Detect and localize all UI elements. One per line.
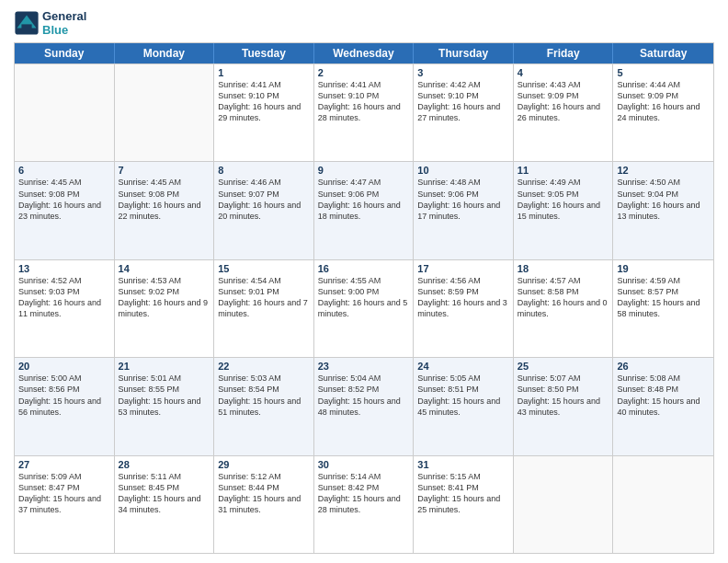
header-day-saturday: Saturday xyxy=(613,43,713,63)
cell-info: Sunrise: 4:48 AM Sunset: 9:06 PM Dayligh… xyxy=(417,177,509,222)
calendar-cell-w1d1: 7Sunrise: 4:45 AM Sunset: 9:08 PM Daylig… xyxy=(115,162,215,259)
calendar-cell-w3d1: 21Sunrise: 5:01 AM Sunset: 8:55 PM Dayli… xyxy=(115,358,215,454)
cell-info: Sunrise: 5:03 AM Sunset: 8:54 PM Dayligh… xyxy=(218,373,310,418)
calendar-cell-w0d4: 3Sunrise: 4:42 AM Sunset: 9:10 PM Daylig… xyxy=(414,64,514,161)
calendar-row-4: 27Sunrise: 5:09 AM Sunset: 8:47 PM Dayli… xyxy=(15,455,713,553)
calendar-cell-w1d4: 10Sunrise: 4:48 AM Sunset: 9:06 PM Dayli… xyxy=(414,162,514,259)
calendar-cell-w0d3: 2Sunrise: 4:41 AM Sunset: 9:10 PM Daylig… xyxy=(314,64,415,161)
cell-day-number: 29 xyxy=(218,459,310,470)
calendar-cell-w1d0: 6Sunrise: 4:45 AM Sunset: 9:08 PM Daylig… xyxy=(15,162,115,259)
cell-info: Sunrise: 4:44 AM Sunset: 9:09 PM Dayligh… xyxy=(617,79,710,124)
cell-info: Sunrise: 4:41 AM Sunset: 9:10 PM Dayligh… xyxy=(218,79,310,124)
calendar-cell-w0d5: 4Sunrise: 4:43 AM Sunset: 9:09 PM Daylig… xyxy=(514,64,614,161)
cell-day-number: 22 xyxy=(218,361,310,372)
cell-day-number: 11 xyxy=(518,165,609,176)
header-day-wednesday: Wednesday xyxy=(314,43,415,63)
cell-day-number: 15 xyxy=(218,263,310,274)
cell-info: Sunrise: 5:04 AM Sunset: 8:52 PM Dayligh… xyxy=(318,373,410,418)
calendar: SundayMondayTuesdayWednesdayThursdayFrid… xyxy=(14,42,714,554)
calendar-cell-w2d4: 17Sunrise: 4:56 AM Sunset: 8:59 PM Dayli… xyxy=(414,260,514,357)
cell-day-number: 16 xyxy=(318,263,410,274)
cell-info: Sunrise: 4:59 AM Sunset: 8:57 PM Dayligh… xyxy=(617,275,710,320)
calendar-cell-w4d4: 31Sunrise: 5:15 AM Sunset: 8:41 PM Dayli… xyxy=(414,456,514,553)
calendar-cell-w4d5 xyxy=(514,456,614,553)
cell-info: Sunrise: 4:53 AM Sunset: 9:02 PM Dayligh… xyxy=(119,275,210,320)
cell-day-number: 7 xyxy=(119,165,210,176)
cell-info: Sunrise: 4:49 AM Sunset: 9:05 PM Dayligh… xyxy=(518,177,609,222)
cell-info: Sunrise: 5:11 AM Sunset: 8:45 PM Dayligh… xyxy=(119,471,210,516)
cell-day-number: 24 xyxy=(417,361,509,372)
calendar-cell-w0d6: 5Sunrise: 4:44 AM Sunset: 9:09 PM Daylig… xyxy=(613,64,713,161)
cell-day-number: 9 xyxy=(318,165,410,176)
cell-day-number: 2 xyxy=(318,67,410,78)
calendar-row-0: 1Sunrise: 4:41 AM Sunset: 9:10 PM Daylig… xyxy=(15,63,713,161)
cell-info: Sunrise: 4:52 AM Sunset: 9:03 PM Dayligh… xyxy=(18,275,110,320)
cell-day-number: 5 xyxy=(617,67,710,78)
header-day-thursday: Thursday xyxy=(414,43,514,63)
header: General Blue xyxy=(14,9,714,37)
cell-info: Sunrise: 4:41 AM Sunset: 9:10 PM Dayligh… xyxy=(318,79,410,124)
cell-info: Sunrise: 5:12 AM Sunset: 8:44 PM Dayligh… xyxy=(218,471,310,516)
svg-rect-2 xyxy=(21,24,31,30)
cell-info: Sunrise: 4:42 AM Sunset: 9:10 PM Dayligh… xyxy=(417,79,509,124)
cell-day-number: 17 xyxy=(417,263,509,274)
calendar-cell-w2d5: 18Sunrise: 4:57 AM Sunset: 8:58 PM Dayli… xyxy=(514,260,614,357)
cell-day-number: 1 xyxy=(218,67,310,78)
calendar-cell-w3d3: 23Sunrise: 5:04 AM Sunset: 8:52 PM Dayli… xyxy=(314,358,415,454)
cell-info: Sunrise: 4:50 AM Sunset: 9:04 PM Dayligh… xyxy=(617,177,710,222)
calendar-cell-w2d3: 16Sunrise: 4:55 AM Sunset: 9:00 PM Dayli… xyxy=(314,260,415,357)
calendar-cell-w3d0: 20Sunrise: 5:00 AM Sunset: 8:56 PM Dayli… xyxy=(15,358,115,454)
calendar-cell-w1d3: 9Sunrise: 4:47 AM Sunset: 9:06 PM Daylig… xyxy=(314,162,415,259)
cell-info: Sunrise: 4:47 AM Sunset: 9:06 PM Dayligh… xyxy=(318,177,410,222)
cell-day-number: 18 xyxy=(518,263,609,274)
calendar-cell-w0d2: 1Sunrise: 4:41 AM Sunset: 9:10 PM Daylig… xyxy=(214,64,314,161)
logo-text: General Blue xyxy=(42,9,86,37)
calendar-cell-w1d2: 8Sunrise: 4:46 AM Sunset: 9:07 PM Daylig… xyxy=(214,162,314,259)
calendar-cell-w4d2: 29Sunrise: 5:12 AM Sunset: 8:44 PM Dayli… xyxy=(214,456,314,553)
cell-day-number: 20 xyxy=(18,361,110,372)
cell-info: Sunrise: 4:46 AM Sunset: 9:07 PM Dayligh… xyxy=(218,177,310,222)
cell-day-number: 30 xyxy=(318,459,410,470)
cell-info: Sunrise: 4:56 AM Sunset: 8:59 PM Dayligh… xyxy=(417,275,509,320)
cell-day-number: 28 xyxy=(119,459,210,470)
cell-info: Sunrise: 5:05 AM Sunset: 8:51 PM Dayligh… xyxy=(417,373,509,418)
cell-info: Sunrise: 5:00 AM Sunset: 8:56 PM Dayligh… xyxy=(18,373,110,418)
cell-day-number: 13 xyxy=(18,263,110,274)
cell-day-number: 6 xyxy=(18,165,110,176)
calendar-cell-w2d0: 13Sunrise: 4:52 AM Sunset: 9:03 PM Dayli… xyxy=(15,260,115,357)
cell-info: Sunrise: 4:43 AM Sunset: 9:09 PM Dayligh… xyxy=(518,79,609,124)
cell-day-number: 21 xyxy=(119,361,210,372)
page: General Blue SundayMondayTuesdayWednesda… xyxy=(0,0,728,563)
cell-day-number: 8 xyxy=(218,165,310,176)
calendar-body: 1Sunrise: 4:41 AM Sunset: 9:10 PM Daylig… xyxy=(15,63,713,553)
calendar-cell-w2d2: 15Sunrise: 4:54 AM Sunset: 9:01 PM Dayli… xyxy=(214,260,314,357)
cell-info: Sunrise: 4:55 AM Sunset: 9:00 PM Dayligh… xyxy=(318,275,410,320)
cell-day-number: 10 xyxy=(417,165,509,176)
calendar-cell-w3d4: 24Sunrise: 5:05 AM Sunset: 8:51 PM Dayli… xyxy=(414,358,514,454)
cell-day-number: 23 xyxy=(318,361,410,372)
calendar-cell-w3d6: 26Sunrise: 5:08 AM Sunset: 8:48 PM Dayli… xyxy=(613,358,713,454)
calendar-cell-w2d1: 14Sunrise: 4:53 AM Sunset: 9:02 PM Dayli… xyxy=(115,260,215,357)
cell-day-number: 12 xyxy=(617,165,710,176)
cell-day-number: 4 xyxy=(518,67,609,78)
calendar-row-2: 13Sunrise: 4:52 AM Sunset: 9:03 PM Dayli… xyxy=(15,259,713,357)
cell-day-number: 25 xyxy=(518,361,609,372)
calendar-cell-w3d2: 22Sunrise: 5:03 AM Sunset: 8:54 PM Dayli… xyxy=(214,358,314,454)
cell-day-number: 31 xyxy=(417,459,509,470)
calendar-header: SundayMondayTuesdayWednesdayThursdayFrid… xyxy=(15,43,713,63)
calendar-cell-w1d5: 11Sunrise: 4:49 AM Sunset: 9:05 PM Dayli… xyxy=(514,162,614,259)
cell-day-number: 3 xyxy=(417,67,509,78)
cell-info: Sunrise: 5:08 AM Sunset: 8:48 PM Dayligh… xyxy=(617,373,710,418)
cell-day-number: 26 xyxy=(617,361,710,372)
calendar-cell-w3d5: 25Sunrise: 5:07 AM Sunset: 8:50 PM Dayli… xyxy=(514,358,614,454)
cell-info: Sunrise: 5:14 AM Sunset: 8:42 PM Dayligh… xyxy=(318,471,410,516)
calendar-cell-w4d1: 28Sunrise: 5:11 AM Sunset: 8:45 PM Dayli… xyxy=(115,456,215,553)
header-day-friday: Friday xyxy=(514,43,614,63)
cell-info: Sunrise: 5:01 AM Sunset: 8:55 PM Dayligh… xyxy=(119,373,210,418)
cell-info: Sunrise: 5:07 AM Sunset: 8:50 PM Dayligh… xyxy=(518,373,609,418)
calendar-cell-w0d1 xyxy=(115,64,215,161)
cell-day-number: 19 xyxy=(617,263,710,274)
logo-icon xyxy=(14,10,40,36)
calendar-cell-w4d0: 27Sunrise: 5:09 AM Sunset: 8:47 PM Dayli… xyxy=(15,456,115,553)
cell-day-number: 14 xyxy=(119,263,210,274)
